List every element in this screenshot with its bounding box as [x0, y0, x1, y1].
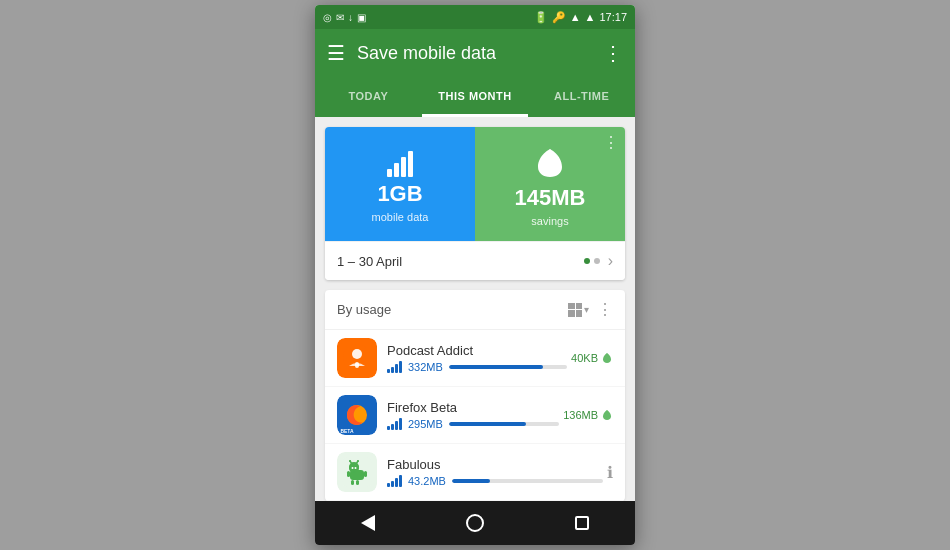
nav-bar — [315, 501, 635, 545]
download-icon: ↓ — [348, 12, 353, 23]
home-button[interactable] — [460, 508, 490, 538]
whatsapp-icon: ◎ — [323, 12, 332, 23]
svg-point-12 — [349, 462, 359, 472]
tabs-bar: TODAY THIS MONTH ALL-TIME — [315, 77, 635, 117]
savings-value: 145MB — [515, 187, 586, 209]
dot-2 — [594, 258, 600, 264]
firefox-signal-icon — [387, 418, 402, 430]
dot-1 — [584, 258, 590, 264]
app-row-firefox[interactable]: BETA Firefox Beta 295MB — [325, 387, 625, 444]
svg-point-18 — [355, 467, 357, 469]
firefox-savings: 136MB — [563, 409, 613, 421]
chevron-right-icon: › — [608, 252, 613, 270]
signal-icon: ▲ — [570, 11, 581, 23]
svg-rect-9 — [347, 471, 350, 477]
podcast-savings: 40KB — [571, 352, 613, 364]
leaf-icon — [532, 145, 568, 181]
more-icon[interactable]: ⋮ — [603, 41, 623, 65]
firefox-app-icon: BETA — [337, 395, 377, 435]
firefox-bar-fill — [449, 422, 526, 426]
toolbar: ☰ Save mobile data ⋮ — [315, 29, 635, 77]
date-range-row[interactable]: 1 – 30 April › — [325, 241, 625, 280]
tab-this-month[interactable]: THIS MONTH — [422, 77, 529, 117]
app-row-podcast[interactable]: Podcast Addict 332MB — [325, 330, 625, 387]
tab-all-time[interactable]: ALL-TIME — [528, 77, 635, 117]
fabulous-icon-image — [337, 452, 377, 492]
by-usage-title: By usage — [337, 302, 568, 317]
usage-more-icon[interactable]: ⋮ — [597, 300, 613, 319]
back-icon — [361, 515, 375, 531]
svg-text:BETA: BETA — [340, 428, 354, 434]
podcast-usage-value: 332MB — [408, 361, 443, 373]
stats-top: ⋮ 1GB mobile data — [325, 127, 625, 241]
tab-today[interactable]: TODAY — [315, 77, 422, 117]
firefox-usage-value: 295MB — [408, 418, 443, 430]
home-icon — [466, 514, 484, 532]
app-row-fabulous[interactable]: Fabulous 43.2MB ℹ — [325, 444, 625, 501]
page-dots — [584, 258, 600, 264]
firefox-usage-bar — [449, 422, 559, 426]
svg-rect-2 — [355, 362, 359, 368]
podcast-bar-fill — [449, 365, 544, 369]
sort-icon[interactable]: ▾ — [568, 303, 589, 317]
signal-bars-icon — [387, 149, 413, 177]
recents-button[interactable] — [567, 508, 597, 538]
mobile-data-label: mobile data — [372, 211, 429, 223]
bar1 — [387, 169, 392, 177]
mobile-data-value: 1GB — [377, 183, 422, 205]
mobile-data-box: 1GB mobile data — [325, 127, 475, 241]
header-icons: ▾ ⋮ — [568, 300, 613, 319]
fabulous-bar-fill — [452, 479, 490, 483]
firefox-icon-image: BETA — [337, 395, 377, 435]
menu-icon[interactable]: ☰ — [327, 41, 345, 65]
podcast-app-name: Podcast Addict — [387, 343, 567, 358]
main-content: ⋮ 1GB mobile data — [315, 117, 635, 501]
status-icons-right: 🔋 🔑 ▲ ▲ 17:17 — [534, 11, 627, 24]
sort-chevron: ▾ — [584, 304, 589, 315]
podcast-leaf-icon — [601, 352, 613, 364]
svg-rect-20 — [356, 480, 359, 485]
by-usage-header: By usage ▾ ⋮ — [325, 290, 625, 330]
svg-point-1 — [352, 349, 362, 359]
firefox-app-info: Firefox Beta 295MB — [387, 400, 559, 430]
fabulous-usage-bar — [452, 479, 603, 483]
svg-point-15 — [349, 460, 351, 462]
fabulous-usage-bar-row: 43.2MB — [387, 475, 603, 487]
svg-rect-19 — [351, 480, 354, 485]
bar2 — [394, 163, 399, 177]
key-icon: 🔑 — [552, 11, 566, 24]
back-button[interactable] — [353, 508, 383, 538]
fabulous-info-icon[interactable]: ℹ — [607, 463, 613, 482]
bar4 — [408, 151, 413, 177]
podcast-icon-image — [337, 338, 377, 378]
firefox-usage-bar-row: 295MB — [387, 418, 559, 430]
firefox-leaf-icon — [601, 409, 613, 421]
svg-point-17 — [352, 467, 354, 469]
sms-icon: ✉ — [336, 12, 344, 23]
phone-frame: ◎ ✉ ↓ ▣ 🔋 🔑 ▲ ▲ 17:17 ☰ Save mobile data… — [315, 5, 635, 545]
podcast-app-info: Podcast Addict 332MB — [387, 343, 567, 373]
recents-icon — [575, 516, 589, 530]
fabulous-usage-value: 43.2MB — [408, 475, 446, 487]
firefox-app-name: Firefox Beta — [387, 400, 559, 415]
photo-icon: ▣ — [357, 12, 366, 23]
status-time: 17:17 — [599, 11, 627, 23]
stats-card: ⋮ 1GB mobile data — [325, 127, 625, 280]
by-usage-section: By usage ▾ ⋮ — [325, 290, 625, 501]
status-icons-left: ◎ ✉ ↓ ▣ — [323, 12, 366, 23]
fabulous-app-icon — [337, 452, 377, 492]
svg-point-16 — [357, 460, 359, 462]
savings-label: savings — [531, 215, 568, 227]
app-title: Save mobile data — [357, 43, 591, 64]
podcast-app-icon — [337, 338, 377, 378]
wifi-icon: ▲ — [585, 11, 596, 23]
fabulous-app-name: Fabulous — [387, 457, 603, 472]
sort-squares-icon — [568, 303, 582, 317]
podcast-usage-bar — [449, 365, 567, 369]
podcast-signal-icon — [387, 361, 402, 373]
battery-icon: 🔋 — [534, 11, 548, 24]
fabulous-app-info: Fabulous 43.2MB — [387, 457, 603, 487]
svg-rect-10 — [364, 471, 367, 477]
stats-menu-icon[interactable]: ⋮ — [603, 133, 619, 152]
podcast-usage-bar-row: 332MB — [387, 361, 567, 373]
